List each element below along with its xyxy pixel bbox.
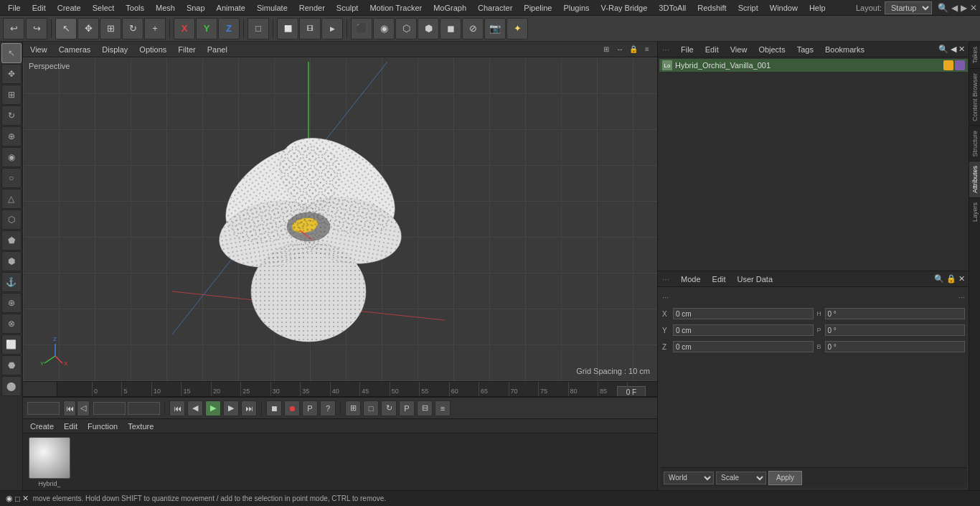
tool-anchor[interactable]: ⚓ [1, 272, 22, 292]
playback-btn[interactable]: P [399, 400, 415, 416]
tool-pattern[interactable]: ⬣ [1, 355, 22, 375]
tool-square[interactable]: ⬜ [1, 334, 22, 355]
motion-btn[interactable]: ⊞ [345, 400, 361, 416]
floor-btn[interactable]: ⊘ [462, 18, 484, 39]
select-tool[interactable]: ↖ [55, 18, 77, 39]
tool-cross2[interactable]: ⊗ [1, 314, 22, 334]
frame-end2-input[interactable]: 90 F [128, 402, 160, 415]
apply-button[interactable]: Apply [768, 471, 802, 485]
frame-start-btn[interactable]: ⏮ [63, 400, 76, 416]
search-icon[interactable]: 🔍 [938, 3, 948, 13]
menu-file[interactable]: File [3, 2, 26, 14]
vp-icon-lock[interactable]: 🔒 [628, 44, 639, 55]
menu-window[interactable]: Window [765, 2, 803, 14]
mat-menu-function[interactable]: Function [85, 421, 121, 431]
tool-c1[interactable]: ◉ [1, 147, 22, 167]
loop-btn[interactable]: ↻ [381, 400, 397, 416]
menu-snap[interactable]: Snap [182, 2, 210, 14]
attr-y-rot[interactable] [825, 324, 966, 336]
menu-mograph[interactable]: MoGraph [428, 2, 471, 14]
menu-simulate[interactable]: Simulate [252, 2, 293, 14]
arrow-left-icon[interactable]: ◀ [951, 3, 958, 13]
tool-plus[interactable]: ⊕ [1, 126, 22, 146]
go-end-btn[interactable]: ⏭ [241, 400, 257, 416]
tool-pointer[interactable]: ↖ [1, 43, 22, 63]
tab-attributes[interactable]: Attributes [969, 161, 980, 197]
stop-btn[interactable]: ⏹ [266, 400, 282, 416]
plus-tool[interactable]: + [144, 18, 166, 39]
grid-btn[interactable]: ⊟ [417, 400, 433, 416]
obj-item-hybrid[interactable]: Lo Hybrid_Orchid_Vanilla_001 [659, 59, 968, 72]
frame-end-input[interactable]: 90 F [93, 402, 126, 415]
obj2-btn[interactable]: ⬡ [395, 18, 417, 39]
menu-select[interactable]: Select [88, 2, 120, 14]
menu-mesh[interactable]: Mesh [151, 2, 180, 14]
menu-edit[interactable]: Edit [27, 2, 51, 14]
frame-start-input[interactable]: 0 F [27, 402, 60, 415]
vp-menu-display[interactable]: Display [99, 44, 131, 55]
menu-motion-tracker[interactable]: Motion Tracker [364, 2, 427, 14]
menu-script[interactable]: Script [733, 2, 763, 14]
status-icon-2[interactable]: □ [15, 495, 20, 503]
redo-button[interactable]: ↪ [26, 18, 47, 39]
world-dropdown[interactable]: World [664, 472, 714, 484]
attr-menu-userdata[interactable]: User Data [735, 274, 776, 284]
menu-animate[interactable]: Animate [212, 2, 250, 14]
obj-close-icon[interactable]: ✕ [958, 44, 965, 54]
sphere-btn[interactable]: ◉ [373, 18, 395, 39]
arrow-right-icon[interactable]: ▶ [961, 3, 967, 13]
menu-help[interactable]: Help [804, 2, 831, 14]
mat-menu-create[interactable]: Create [27, 421, 57, 431]
tab-structure[interactable]: Structure [969, 126, 980, 161]
menu-render[interactable]: Render [294, 2, 330, 14]
tab-takes[interactable]: Takes [969, 42, 980, 68]
status-icon-1[interactable]: ◉ [6, 494, 13, 503]
deform-btn[interactable]: ⬢ [418, 18, 439, 39]
render-anim-btn[interactable]: ▶ [321, 18, 343, 39]
current-frame-input[interactable] [617, 386, 646, 397]
vp-icon-expand[interactable]: ⊞ [600, 44, 612, 55]
menu-create[interactable]: Create [52, 2, 86, 14]
tool-cross[interactable]: ⊕ [1, 293, 22, 313]
cam-btn[interactable]: 📷 [484, 18, 506, 39]
tab-content-browser[interactable]: Content Browser [969, 68, 980, 126]
vp-menu-cameras[interactable]: Cameras [56, 44, 94, 55]
menu-plugins[interactable]: Plugins [558, 2, 594, 14]
z-axis-btn[interactable]: Z [218, 18, 240, 39]
record-btn[interactable]: ⏺ [284, 400, 300, 416]
tool-tri[interactable]: △ [1, 189, 22, 209]
tool-hex2[interactable]: ⬟ [1, 230, 22, 250]
attr-z-rot[interactable] [825, 341, 966, 352]
keyframe-btn[interactable]: □ [363, 400, 379, 416]
scale-tool[interactable]: ⊞ [100, 18, 121, 39]
layout-select[interactable]: Startup [885, 1, 932, 14]
attr-lock-icon[interactable]: 🔒 [946, 274, 956, 284]
close-icon[interactable]: ✕ [970, 3, 977, 13]
vp-menu-view[interactable]: View [27, 44, 50, 55]
x-axis-btn[interactable]: X [174, 18, 195, 39]
play-btn[interactable]: ▶ [205, 400, 221, 416]
tab-layers[interactable]: Layers [969, 197, 980, 226]
y-axis-btn[interactable]: Y [196, 18, 217, 39]
obj-menu-tags[interactable]: Tags [794, 44, 816, 55]
attr-search-icon[interactable]: 🔍 [934, 274, 944, 284]
mat-menu-texture[interactable]: Texture [125, 421, 156, 431]
prev-key-btn[interactable]: ◁ [77, 400, 90, 416]
light-btn[interactable]: ✦ [507, 18, 528, 39]
obj-menu-bookmarks[interactable]: Bookmarks [822, 44, 867, 55]
attr-x-pos[interactable] [673, 308, 814, 319]
tool-scale[interactable]: ⊞ [1, 85, 22, 105]
render-pic-btn[interactable]: 🎞 [299, 18, 321, 39]
menu-pipeline[interactable]: Pipeline [519, 2, 557, 14]
list-btn[interactable]: ≡ [435, 400, 451, 416]
vp-icon-menu[interactable]: ≡ [641, 44, 653, 55]
attr-menu-mode[interactable]: Mode [678, 274, 704, 284]
rotate-tool[interactable]: ↻ [122, 18, 143, 39]
tool-rotate[interactable]: ↻ [1, 106, 22, 126]
tool-move[interactable]: ✥ [1, 64, 22, 84]
prev-frame-btn[interactable]: ◀ [187, 400, 203, 416]
attr-menu-edit[interactable]: Edit [710, 274, 729, 284]
undo-button[interactable]: ↩ [3, 18, 24, 39]
tool-c2[interactable]: ○ [1, 168, 22, 188]
attr-y-pos[interactable] [673, 324, 814, 336]
